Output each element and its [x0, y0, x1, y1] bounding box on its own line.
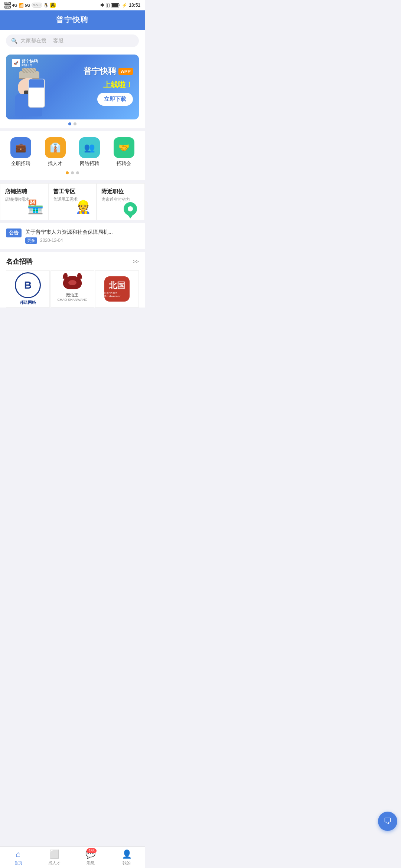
- app-header: 普宁快聘: [0, 10, 145, 30]
- quicklink-shop[interactable]: 店铺招聘 店铺招聘需求 🏪: [0, 183, 48, 220]
- online-icon: 👥: [79, 137, 100, 158]
- beiguo-wrap: 北国 Northern Restaurant: [104, 276, 130, 302]
- enterprise-bangno[interactable]: B 邦诺网络: [6, 270, 50, 308]
- cat-dot-2: [71, 171, 74, 174]
- category-fulltime[interactable]: 💼 全职招聘: [6, 137, 36, 167]
- bull-horn-left: [63, 273, 68, 279]
- banner-image[interactable]: 🚀 普宁快聘 PNH.R: [6, 55, 139, 119]
- shop-title: 店铺招聘: [5, 188, 43, 195]
- page-title: 普宁快聘: [6, 15, 139, 25]
- battery-icon: [111, 3, 120, 7]
- dot-2: [74, 122, 76, 125]
- category-talent[interactable]: 👔 找人才: [40, 137, 71, 167]
- network-4g: 4G: [12, 3, 17, 7]
- banner-logo: 🚀 普宁快聘 PNH.R: [12, 59, 38, 67]
- talent-icon: 👔: [45, 137, 66, 158]
- notice-date: 2020-12-04: [40, 238, 63, 243]
- time-display: 13:51: [129, 3, 140, 8]
- fulltime-icon: 💼: [10, 137, 31, 158]
- bull-nose: [68, 280, 76, 285]
- enterprise-header: 名企招聘 >>: [6, 257, 139, 266]
- cat-dot-3: [76, 171, 79, 174]
- enterprise-more[interactable]: >>: [133, 259, 139, 264]
- beiguo-en: Northern Restaurant: [104, 291, 130, 298]
- soul-badge: Soul: [32, 3, 43, 8]
- enterprise-section: 名企招聘 >> B 邦诺网络: [0, 252, 145, 308]
- banner-logo-en: PNH.R: [22, 63, 38, 67]
- bangno-name: 邦诺网络: [20, 300, 36, 305]
- bluetooth-icon: ✱: [100, 3, 104, 8]
- mascot-phone: [28, 79, 45, 108]
- hd1-label: HD₁: [4, 2, 11, 5]
- fulltime-label: 全职招聘: [11, 160, 30, 167]
- notice-content: 关于普宁市人力资源和社会保障局机... 更多 2020-12-04: [25, 228, 139, 244]
- app-badge: APP: [118, 68, 133, 75]
- banner-main-text: 普宁快聘: [84, 66, 116, 77]
- status-bar: HD₁ HD₂ 4G 📶 5G Soul 🐧 美 ✱ ◫ ⚡ 13:51: [0, 0, 145, 10]
- quick-links: 店铺招聘 店铺招聘需求 🏪 普工专区 普通用工需求 👷 附近职位 离家近省时省力: [0, 183, 145, 220]
- notice-section: 公告 关于普宁市人力资源和社会保障局机... 更多 2020-12-04: [0, 223, 145, 249]
- hd2-label: HD₂: [4, 6, 11, 9]
- shop-icon: 🏪: [27, 199, 46, 218]
- meituan-icon: 美: [50, 3, 56, 8]
- category-grid: 💼 全职招聘 👔 找人才 👥 网络招聘 🤝 招聘会: [6, 137, 139, 167]
- network-5g: 5G: [25, 3, 30, 7]
- more-badge[interactable]: 更多: [25, 237, 37, 244]
- worker-icon: 👷: [75, 199, 94, 218]
- hd-badge: HD₁ HD₂: [4, 2, 11, 9]
- chaoshanwang-name: 潮汕王: [66, 292, 78, 298]
- dot-1: [68, 122, 71, 125]
- fair-label: 招聘会: [117, 160, 131, 167]
- banner-logo-icon: 🚀: [12, 59, 20, 67]
- category-section: 💼 全职招聘 👔 找人才 👥 网络招聘 🤝 招聘会: [0, 131, 145, 180]
- search-icon: 🔍: [11, 38, 17, 44]
- chaoshanwang-logo: 潮汕王 CHAO SHANWANG: [57, 276, 87, 302]
- worker-title: 普工专区: [53, 188, 92, 195]
- cat-dot-1: [66, 171, 69, 174]
- notice-title[interactable]: 关于普宁市人力资源和社会保障局机...: [25, 228, 139, 236]
- chaoshanwang-pinyin: CHAO SHANWANG: [57, 298, 87, 302]
- category-fair[interactable]: 🤝 招聘会: [109, 137, 139, 167]
- fair-icon: 🤝: [114, 137, 134, 158]
- search-section: 🔍 大家都在搜： 客服: [0, 30, 145, 52]
- nearby-icon: [124, 199, 142, 218]
- bangno-logo: B: [15, 272, 41, 298]
- enterprise-chaoshanwang[interactable]: 潮汕王 CHAO SHANWANG: [50, 270, 94, 308]
- banner-title-row: 普宁快聘 APP: [84, 66, 133, 77]
- enterprise-section-title: 名企招聘: [6, 257, 33, 266]
- bull-horns: [63, 273, 82, 279]
- download-button[interactable]: 立即下载: [97, 93, 133, 106]
- notice-meta: 更多 2020-12-04: [25, 237, 139, 244]
- banner-mascot: [13, 68, 58, 119]
- bull-head: [63, 276, 82, 291]
- wifi-icon: ◫: [105, 3, 110, 8]
- notice-tag: 公告: [6, 228, 22, 237]
- category-online[interactable]: 👥 网络招聘: [75, 137, 105, 167]
- beiguo-logo: 北国 Northern Restaurant: [104, 276, 130, 302]
- banner-text-area: 普宁快聘 APP 上线啦！ 立即下载: [84, 66, 133, 106]
- talent-label: 找人才: [48, 160, 62, 167]
- category-dots: [6, 171, 139, 174]
- banner-subtitle: 上线啦！: [103, 80, 133, 90]
- bull-horn-right: [77, 273, 82, 279]
- charging-icon: ⚡: [122, 3, 127, 8]
- beiguo-cn: 北国: [109, 280, 125, 291]
- enterprise-beiguo[interactable]: 北国 Northern Restaurant: [95, 270, 139, 308]
- qq-icon: 🐧: [43, 3, 49, 8]
- status-right: ✱ ◫ ⚡ 13:51: [100, 3, 140, 8]
- status-left: HD₁ HD₂ 4G 📶 5G Soul 🐧 美: [4, 2, 56, 9]
- quicklink-nearby[interactable]: 附近职位 离家近省时省力: [97, 183, 145, 220]
- quicklink-worker[interactable]: 普工专区 普通用工需求 👷: [48, 183, 97, 220]
- search-placeholder: 大家都在搜： 客服: [20, 37, 63, 44]
- banner-logo-cn: 普宁快聘: [22, 59, 38, 63]
- signal-bars: 📶: [19, 3, 24, 8]
- online-label: 网络招聘: [80, 160, 99, 167]
- banner-dots: [6, 122, 139, 125]
- nearby-title: 附近职位: [101, 188, 140, 195]
- enterprise-grid: B 邦诺网络 潮汕王 C: [6, 270, 139, 308]
- search-box[interactable]: 🔍 大家都在搜： 客服: [6, 34, 139, 47]
- bangno-logo-wrap: B 邦诺网络: [15, 272, 41, 305]
- banner-section: 🚀 普宁快聘 PNH.R: [0, 52, 145, 128]
